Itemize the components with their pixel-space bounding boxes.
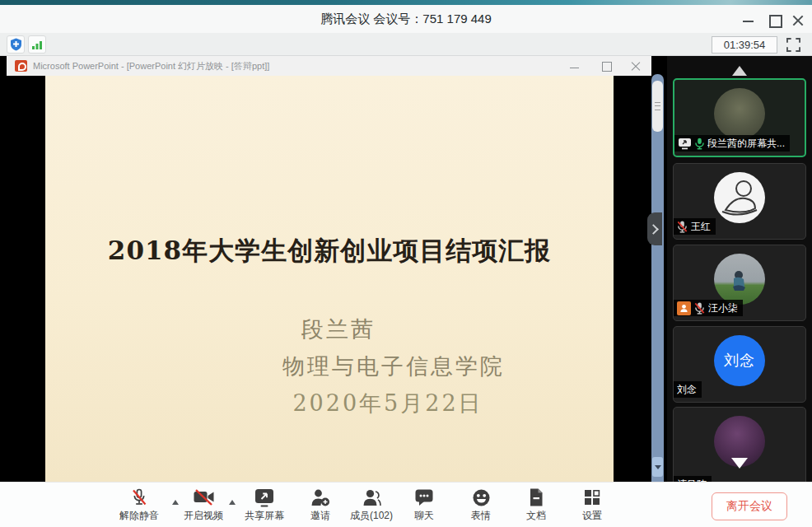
slide-department: 物理与电子信息学院 xyxy=(282,352,505,381)
security-shield-icon[interactable] xyxy=(7,35,25,54)
settings-label: 设置 xyxy=(582,509,602,523)
close-icon[interactable] xyxy=(786,10,810,30)
unmute-label: 解除静音 xyxy=(119,509,159,523)
camera-muted-icon xyxy=(193,487,215,507)
settings-grid-icon xyxy=(583,487,601,507)
powerpoint-window-title: Microsoft PowerPoint - [PowerPoint 幻灯片放映… xyxy=(33,60,269,72)
members-label: 成员(102) xyxy=(350,509,393,523)
share-screen-icon xyxy=(254,487,274,507)
invite-label: 邀请 xyxy=(310,509,330,523)
host-badge-icon xyxy=(677,301,691,315)
smiley-icon xyxy=(472,487,491,507)
scrollbar-down-arrow-icon[interactable] xyxy=(652,457,663,477)
fullscreen-icon[interactable] xyxy=(784,36,802,54)
scrollbar-thumb[interactable] xyxy=(652,81,663,132)
members-button[interactable]: 成员(102) xyxy=(350,487,393,523)
mic-muted-icon xyxy=(694,302,705,315)
emoji-button[interactable]: 表情 xyxy=(471,487,491,523)
ppt-maximize-icon[interactable] xyxy=(595,58,617,73)
video-options-caret-icon[interactable] xyxy=(229,497,236,505)
slide: 2018年大学生创新创业项目结项汇报 段兰茜 物理与电子信息学院 2020年5月… xyxy=(45,76,614,482)
settings-button[interactable]: 设置 xyxy=(582,487,602,523)
participant-name: 段兰茜的屏幕共... xyxy=(707,137,785,151)
start-video-label: 开启视频 xyxy=(184,509,223,523)
scroll-up-icon[interactable] xyxy=(732,58,747,76)
network-signal-icon[interactable] xyxy=(28,35,46,54)
participant-tile-sharing[interactable]: 段兰茜的屏幕共... xyxy=(673,78,806,157)
invite-button[interactable]: 邀请 xyxy=(310,487,331,523)
tencent-meeting-window: 腾讯会议 会议号：751 179 449 01:39:54 xyxy=(0,0,812,527)
share-screen-button[interactable]: 共享屏幕 xyxy=(245,487,284,523)
slide-date: 2020年5月22日 xyxy=(292,389,483,418)
docs-button[interactable]: 文档 xyxy=(526,487,546,523)
invite-person-plus-icon xyxy=(310,487,331,507)
slide-title: 2018年大学生创新创业项目结项汇报 xyxy=(108,234,551,268)
ppt-close-icon[interactable] xyxy=(625,58,646,73)
sidebar-collapse-handle[interactable] xyxy=(647,212,662,245)
screen-share-icon xyxy=(678,138,692,150)
mic-muted-icon xyxy=(129,487,149,507)
chat-button[interactable]: 聊天 xyxy=(414,487,434,523)
maximize-icon[interactable] xyxy=(763,10,787,30)
participant-name: 汪小柒 xyxy=(708,301,738,315)
meeting-timer: 01:39:54 xyxy=(712,36,777,54)
app-titlebar: 腾讯会议 会议号：751 179 449 xyxy=(0,5,812,33)
members-icon xyxy=(362,487,381,507)
shared-screen-region: Microsoft PowerPoint - [PowerPoint 幻灯片放映… xyxy=(0,56,667,482)
shared-screen-scrollbar[interactable] xyxy=(651,74,664,482)
participants-sidebar: 段兰茜的屏幕共... xyxy=(667,56,812,482)
start-video-button[interactable]: 开启视频 xyxy=(184,487,223,523)
slideshow-letterbox: 2018年大学生创新创业项目结项汇报 段兰茜 物理与电子信息学院 2020年5月… xyxy=(7,76,651,482)
avatar xyxy=(714,254,765,305)
docs-label: 文档 xyxy=(526,509,546,523)
participant-name: 刘念 xyxy=(677,383,697,397)
leave-meeting-button[interactable]: 离开会议 xyxy=(712,492,787,520)
slide-author: 段兰茜 xyxy=(301,315,376,344)
ppt-minimize-icon[interactable] xyxy=(564,58,586,73)
participant-tile[interactable]: 王红 xyxy=(673,163,806,240)
chat-bubble-icon xyxy=(414,487,434,507)
powerpoint-icon xyxy=(15,60,27,72)
unmute-button[interactable]: 解除静音 xyxy=(119,487,159,523)
emoji-label: 表情 xyxy=(471,509,491,523)
mic-on-icon xyxy=(695,138,704,150)
document-icon xyxy=(528,487,544,507)
mic-options-caret-icon[interactable] xyxy=(172,497,179,505)
minimize-icon[interactable] xyxy=(736,10,761,30)
participant-tile[interactable]: 汪小柒 xyxy=(673,245,806,321)
meeting-statusbar: 01:39:54 xyxy=(0,33,812,56)
meeting-title: 腾讯会议 会议号：751 179 449 xyxy=(0,12,812,27)
avatar xyxy=(714,88,765,139)
powerpoint-titlebar: Microsoft PowerPoint - [PowerPoint 幻灯片放映… xyxy=(7,56,651,76)
participant-name: 王红 xyxy=(691,220,711,234)
share-screen-label: 共享屏幕 xyxy=(245,509,284,523)
avatar-initials: 刘念 xyxy=(714,335,765,386)
meeting-toolbar: 解除静音 开启视频 共享屏幕 xyxy=(0,482,812,527)
scroll-down-icon[interactable] xyxy=(731,458,748,477)
participant-tile[interactable]: 刘念 刘念 xyxy=(673,326,806,403)
avatar xyxy=(714,172,765,223)
chat-label: 聊天 xyxy=(414,509,434,523)
mic-muted-icon xyxy=(677,221,688,233)
